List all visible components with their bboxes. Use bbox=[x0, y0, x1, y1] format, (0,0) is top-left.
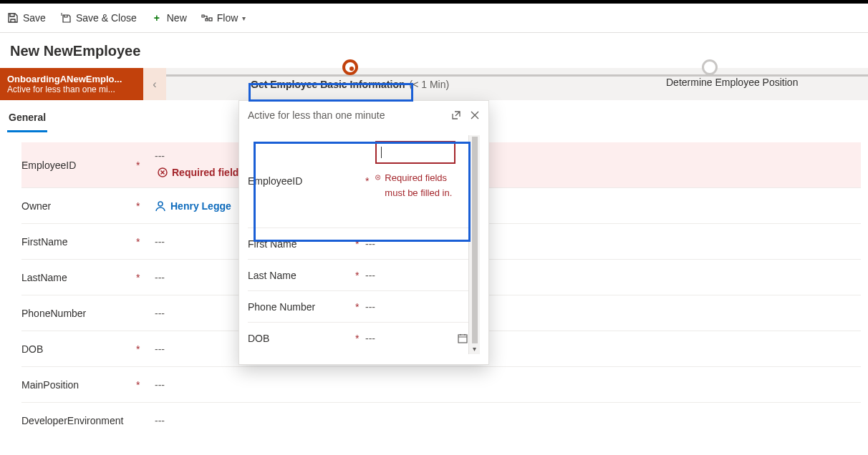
error-icon bbox=[158, 167, 168, 177]
required-marker: * bbox=[136, 343, 155, 355]
bpf-process-sub: Active for less than one mi... bbox=[7, 84, 136, 94]
flyout-value-phone: --- bbox=[365, 301, 468, 313]
bpf-collapse-button[interactable]: ‹ bbox=[143, 68, 166, 100]
required-marker: * bbox=[136, 236, 155, 248]
flyout-header: Active for less than one minute bbox=[239, 101, 488, 129]
save-close-button[interactable]: Save & Close bbox=[60, 12, 137, 24]
flyout-label-phone: Phone Number bbox=[248, 301, 355, 313]
close-icon[interactable] bbox=[470, 110, 480, 120]
svg-point-2 bbox=[158, 202, 163, 206]
value-employeeid: --- bbox=[155, 150, 247, 162]
flow-icon bbox=[201, 12, 213, 24]
label-employeeid: EmployeeID bbox=[21, 160, 136, 171]
value-owner[interactable]: Henry Legge bbox=[155, 200, 231, 212]
row-devenv[interactable]: DeveloperEnvironment --- bbox=[21, 403, 861, 439]
required-marker: * bbox=[136, 379, 155, 391]
value-mainposition: --- bbox=[155, 379, 165, 391]
label-lastname: LastName bbox=[21, 272, 136, 283]
page-title: New NewEmployee bbox=[0, 33, 868, 68]
bpf-bar: OnboardingANewEmplo... Active for less t… bbox=[0, 68, 868, 100]
bpf-stage-active-duration: (< 1 Min) bbox=[410, 79, 450, 90]
bpf-stage-future[interactable]: Determine Employee Position bbox=[666, 77, 798, 88]
bpf-process-chip[interactable]: OnboardingANewEmplo... Active for less t… bbox=[0, 68, 143, 100]
label-owner: Owner bbox=[21, 200, 136, 212]
save-close-icon bbox=[60, 12, 72, 24]
value-phonenumber: --- bbox=[155, 308, 165, 319]
flyout-header-text: Active for less than one minute bbox=[248, 109, 385, 121]
flyout-label-lastname: Last Name bbox=[248, 270, 355, 281]
flyout-value-lastname: --- bbox=[365, 270, 468, 281]
owner-name: Henry Legge bbox=[170, 200, 231, 212]
required-marker: * bbox=[136, 272, 155, 283]
error-badge-employeeid: Required fields bbox=[155, 165, 247, 180]
flow-button[interactable]: Flow ▾ bbox=[201, 12, 246, 24]
svg-rect-4 bbox=[458, 335, 467, 343]
label-devenv: DeveloperEnvironment bbox=[21, 414, 136, 427]
value-lastname: --- bbox=[155, 272, 165, 283]
label-firstname: FirstName bbox=[21, 236, 136, 248]
required-marker: * bbox=[355, 270, 365, 281]
flyout-row-phone[interactable]: Phone Number * --- bbox=[248, 291, 468, 323]
required-marker: * bbox=[136, 160, 155, 171]
save-close-label: Save & Close bbox=[76, 12, 137, 24]
calendar-icon[interactable] bbox=[457, 333, 468, 344]
person-icon bbox=[155, 200, 166, 212]
new-label: New bbox=[167, 12, 187, 24]
bpf-stage-future-dot[interactable] bbox=[702, 59, 718, 75]
required-marker: * bbox=[136, 200, 155, 212]
save-button[interactable]: Save bbox=[7, 12, 46, 24]
save-icon bbox=[7, 12, 19, 24]
command-bar: Save Save & Close + New Flow ▾ bbox=[0, 4, 868, 32]
svg-rect-0 bbox=[209, 18, 212, 21]
plus-icon: + bbox=[151, 12, 163, 24]
popout-icon[interactable] bbox=[451, 110, 461, 120]
required-marker: * bbox=[355, 301, 365, 313]
value-firstname: --- bbox=[155, 236, 165, 248]
scrollbar-thumb[interactable] bbox=[472, 137, 478, 343]
scroll-down-icon[interactable]: ▾ bbox=[473, 345, 476, 353]
required-marker: * bbox=[355, 333, 365, 344]
save-label: Save bbox=[23, 12, 46, 24]
flyout-row-lastname[interactable]: Last Name * --- bbox=[248, 260, 468, 291]
label-mainposition: MainPosition bbox=[21, 379, 136, 391]
chevron-down-icon: ▾ bbox=[242, 14, 246, 22]
annotation-box bbox=[254, 142, 471, 242]
chevron-left-icon: ‹ bbox=[153, 78, 156, 91]
annotation-box bbox=[249, 83, 413, 102]
new-button[interactable]: + New bbox=[151, 12, 187, 24]
bpf-stage-future-label: Determine Employee Position bbox=[666, 77, 798, 88]
flyout-row-dob[interactable]: DOB * --- bbox=[248, 323, 468, 354]
label-dob: DOB bbox=[21, 343, 136, 355]
value-dob: --- bbox=[155, 343, 165, 355]
label-phonenumber: PhoneNumber bbox=[21, 308, 136, 319]
error-text: Required fields bbox=[172, 167, 244, 178]
flyout-value-dob: --- bbox=[365, 333, 457, 344]
flyout-label-dob: DOB bbox=[248, 333, 355, 344]
flow-label: Flow bbox=[217, 12, 238, 24]
tab-general[interactable]: General bbox=[7, 107, 47, 132]
row-mainposition[interactable]: MainPosition * --- bbox=[21, 367, 861, 403]
value-devenv: --- bbox=[155, 415, 165, 426]
bpf-process-name: OnboardingANewEmplo... bbox=[7, 74, 136, 84]
